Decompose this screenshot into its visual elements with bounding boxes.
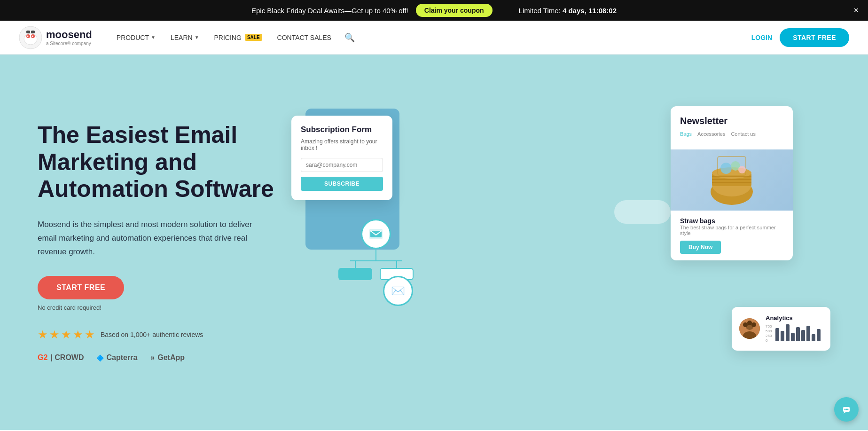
chat-support-bubble[interactable]: [834, 397, 859, 422]
newsletter-product-name: Straw bags: [680, 217, 783, 225]
nav-learn[interactable]: LEARN ▼: [165, 30, 205, 45]
nav-pricing[interactable]: PRICING SALE: [209, 30, 268, 45]
flow-node-left: [338, 268, 372, 280]
review-platforms: G2 | CROWD ◈ Capterra » GetApp: [38, 353, 291, 363]
svg-point-1: [24, 33, 37, 45]
subscription-form-card: Subscription Form Amazing offers straigh…: [291, 116, 392, 200]
subscription-submit-button[interactable]: SUBSCRIBE: [301, 177, 383, 191]
svg-point-26: [747, 321, 752, 325]
newsletter-footer: Straw bags The best straw bags for a per…: [671, 211, 793, 260]
bar-4: [791, 333, 795, 341]
buy-now-button[interactable]: Buy Now: [680, 241, 721, 254]
newsletter-card: Newsletter Bags Accessories Contact us: [671, 106, 793, 260]
hero-left: The Easiest Email Marketing and Automati…: [38, 122, 291, 362]
getapp-icon: »: [150, 353, 155, 362]
svg-rect-4: [26, 31, 30, 33]
no-credit-card-text: No credit card required!: [38, 304, 291, 311]
banner-message: Epic Black Friday Deal Awaits—Get up to …: [251, 7, 408, 15]
email-icon-circle: ✉️: [383, 276, 413, 306]
automation-flow: [338, 219, 414, 280]
platform-g2: G2 | CROWD: [38, 353, 84, 362]
star-3: ★: [61, 328, 71, 341]
newsletter-tab-accessories[interactable]: Accessories: [697, 131, 725, 137]
svg-point-30: [846, 409, 847, 410]
product-arrow-icon: ▼: [151, 35, 156, 40]
svg-point-7: [32, 35, 33, 37]
oval-decoration: [614, 200, 671, 224]
logo-link[interactable]: moosend a Sitecore® company: [19, 26, 92, 49]
analytics-card: Analytics 750 500 250 0: [732, 307, 830, 351]
star-2: ★: [49, 328, 60, 341]
learn-arrow-icon: ▼: [195, 35, 199, 40]
svg-point-25: [751, 322, 756, 327]
newsletter-product-desc: The best straw bags for a perfect summer…: [680, 225, 783, 236]
bar-8: [812, 334, 815, 341]
svg-point-6: [27, 35, 29, 37]
g2-icon: G2: [38, 353, 47, 362]
star-1: ★: [38, 328, 48, 341]
newsletter-tab-bags[interactable]: Bags: [680, 131, 692, 137]
svg-point-31: [847, 409, 849, 410]
analytics-avatar: [739, 318, 760, 339]
capterra-icon: ◈: [97, 353, 103, 363]
bar-5: [796, 327, 800, 341]
newsletter-tab-contact[interactable]: Contact us: [731, 131, 756, 137]
bar-6: [801, 330, 805, 341]
coupon-button[interactable]: Claim your coupon: [416, 4, 493, 17]
star-rating: ★ ★ ★ ★ ★: [38, 328, 95, 341]
svg-point-20: [738, 166, 746, 173]
nav-product[interactable]: PRODUCT ▼: [111, 30, 161, 45]
platform-capterra: ◈ Capterra: [97, 353, 137, 363]
subscription-form-title: Subscription Form: [301, 125, 383, 134]
top-banner: Epic Black Friday Deal Awaits—Get up to …: [0, 0, 868, 21]
newsletter-product-image: [671, 149, 793, 211]
banner-close-button[interactable]: ×: [853, 6, 859, 16]
bar-7: [806, 326, 810, 341]
hero-illustration: Subscription Form Amazing offers straigh…: [291, 106, 830, 379]
bar-3: [786, 324, 790, 341]
nav-links: PRODUCT ▼ LEARN ▼ PRICING SALE CONTACT S…: [111, 29, 751, 47]
svg-point-29: [845, 409, 846, 410]
analytics-title: Analytics: [766, 314, 823, 321]
logo-brand: moosend: [46, 29, 92, 41]
nav-right: LOGIN START FREE: [751, 28, 849, 47]
banner-timer: Limited Time: 4 days, 11:08:02: [519, 7, 617, 15]
search-icon[interactable]: 🔍: [341, 29, 359, 47]
logo-icon: [19, 26, 42, 49]
star-4: ★: [73, 328, 83, 341]
hero-start-free-button[interactable]: START FREE: [38, 276, 124, 299]
svg-point-18: [720, 163, 732, 174]
newsletter-title: Newsletter: [680, 116, 783, 126]
platform-getapp: » GetApp: [150, 353, 185, 362]
hero-section: The Easiest Email Marketing and Automati…: [0, 55, 868, 430]
newsletter-tabs: Bags Accessories Contact us: [680, 131, 783, 137]
navbar: moosend a Sitecore® company PRODUCT ▼ LE…: [0, 21, 868, 55]
logo-sub: a Sitecore® company: [46, 41, 92, 46]
login-button[interactable]: LOGIN: [751, 34, 772, 41]
bar-1: [775, 328, 779, 341]
hero-description: Moosend is the simplest and most modern …: [38, 218, 273, 259]
svg-point-24: [743, 322, 748, 327]
star-5: ★: [85, 328, 95, 341]
stars-section: ★ ★ ★ ★ ★ Based on 1,000+ authentic revi…: [38, 328, 291, 341]
bar-2: [781, 331, 784, 341]
subscription-form-subtitle: Amazing offers straight to your inbox !: [301, 138, 383, 151]
svg-rect-5: [31, 31, 35, 33]
reviews-text: Based on 1,000+ authentic reviews: [101, 331, 203, 338]
sale-badge: SALE: [245, 34, 262, 41]
nav-contact-sales[interactable]: CONTACT SALES: [272, 30, 337, 45]
start-free-nav-button[interactable]: START FREE: [780, 28, 849, 47]
analytics-content: Analytics 750 500 250 0: [766, 314, 823, 343]
analytics-chart: [775, 324, 821, 341]
hero-title: The Easiest Email Marketing and Automati…: [38, 122, 291, 203]
flow-start-icon: [361, 219, 391, 249]
bar-9: [817, 329, 821, 341]
subscription-email-input[interactable]: [301, 158, 383, 172]
